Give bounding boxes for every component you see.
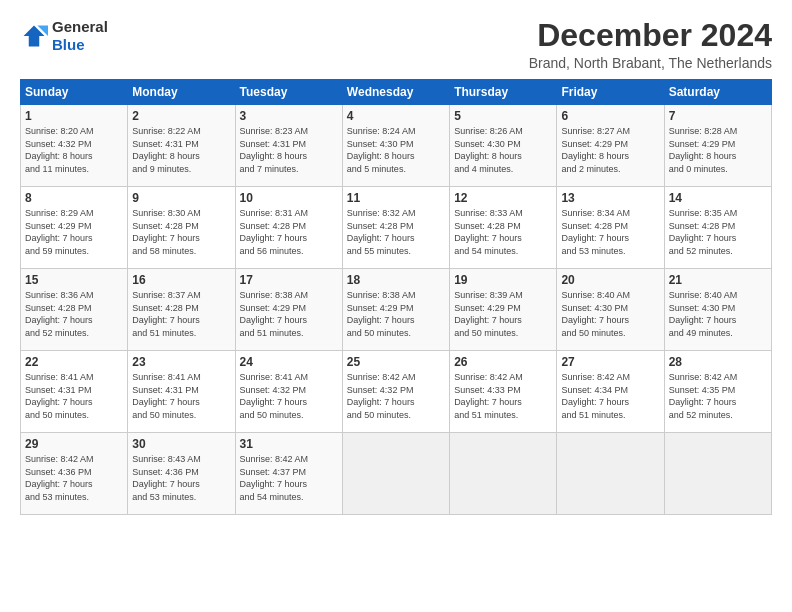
cell-text: Sunrise: 8:30 AMSunset: 4:28 PMDaylight:…: [132, 207, 230, 257]
table-row: 19Sunrise: 8:39 AMSunset: 4:29 PMDayligh…: [450, 269, 557, 351]
table-row: 22Sunrise: 8:41 AMSunset: 4:31 PMDayligh…: [21, 351, 128, 433]
cell-text: Sunrise: 8:31 AMSunset: 4:28 PMDaylight:…: [240, 207, 338, 257]
table-row: [450, 433, 557, 515]
cell-text: Sunrise: 8:34 AMSunset: 4:28 PMDaylight:…: [561, 207, 659, 257]
day-number: 13: [561, 191, 659, 205]
cell-text: Sunrise: 8:32 AMSunset: 4:28 PMDaylight:…: [347, 207, 445, 257]
day-number: 2: [132, 109, 230, 123]
calendar-week-0: 1Sunrise: 8:20 AMSunset: 4:32 PMDaylight…: [21, 105, 772, 187]
header-monday: Monday: [128, 80, 235, 105]
cell-text: Sunrise: 8:40 AMSunset: 4:30 PMDaylight:…: [561, 289, 659, 339]
day-number: 10: [240, 191, 338, 205]
logo-icon: [20, 22, 48, 50]
table-row: 7Sunrise: 8:28 AMSunset: 4:29 PMDaylight…: [664, 105, 771, 187]
cell-text: Sunrise: 8:24 AMSunset: 4:30 PMDaylight:…: [347, 125, 445, 175]
day-number: 22: [25, 355, 123, 369]
table-row: 20Sunrise: 8:40 AMSunset: 4:30 PMDayligh…: [557, 269, 664, 351]
cell-text: Sunrise: 8:42 AMSunset: 4:37 PMDaylight:…: [240, 453, 338, 503]
cell-text: Sunrise: 8:23 AMSunset: 4:31 PMDaylight:…: [240, 125, 338, 175]
cell-text: Sunrise: 8:20 AMSunset: 4:32 PMDaylight:…: [25, 125, 123, 175]
day-number: 15: [25, 273, 123, 287]
day-number: 11: [347, 191, 445, 205]
day-number: 14: [669, 191, 767, 205]
header: General Blue December 2024 Brand, North …: [20, 18, 772, 71]
calendar-week-1: 8Sunrise: 8:29 AMSunset: 4:29 PMDaylight…: [21, 187, 772, 269]
table-row: [342, 433, 449, 515]
cell-text: Sunrise: 8:41 AMSunset: 4:31 PMDaylight:…: [25, 371, 123, 421]
day-number: 30: [132, 437, 230, 451]
day-number: 1: [25, 109, 123, 123]
table-row: 14Sunrise: 8:35 AMSunset: 4:28 PMDayligh…: [664, 187, 771, 269]
day-number: 20: [561, 273, 659, 287]
cell-text: Sunrise: 8:43 AMSunset: 4:36 PMDaylight:…: [132, 453, 230, 503]
header-tuesday: Tuesday: [235, 80, 342, 105]
cell-text: Sunrise: 8:33 AMSunset: 4:28 PMDaylight:…: [454, 207, 552, 257]
day-number: 27: [561, 355, 659, 369]
day-number: 28: [669, 355, 767, 369]
table-row: 30Sunrise: 8:43 AMSunset: 4:36 PMDayligh…: [128, 433, 235, 515]
table-row: 2Sunrise: 8:22 AMSunset: 4:31 PMDaylight…: [128, 105, 235, 187]
table-row: 5Sunrise: 8:26 AMSunset: 4:30 PMDaylight…: [450, 105, 557, 187]
table-row: 17Sunrise: 8:38 AMSunset: 4:29 PMDayligh…: [235, 269, 342, 351]
day-number: 19: [454, 273, 552, 287]
table-row: 6Sunrise: 8:27 AMSunset: 4:29 PMDaylight…: [557, 105, 664, 187]
table-row: 24Sunrise: 8:41 AMSunset: 4:32 PMDayligh…: [235, 351, 342, 433]
day-number: 17: [240, 273, 338, 287]
table-row: 21Sunrise: 8:40 AMSunset: 4:30 PMDayligh…: [664, 269, 771, 351]
cell-text: Sunrise: 8:41 AMSunset: 4:32 PMDaylight:…: [240, 371, 338, 421]
location-title: Brand, North Brabant, The Netherlands: [529, 55, 772, 71]
header-sunday: Sunday: [21, 80, 128, 105]
cell-text: Sunrise: 8:40 AMSunset: 4:30 PMDaylight:…: [669, 289, 767, 339]
cell-text: Sunrise: 8:38 AMSunset: 4:29 PMDaylight:…: [240, 289, 338, 339]
table-row: 9Sunrise: 8:30 AMSunset: 4:28 PMDaylight…: [128, 187, 235, 269]
day-number: 25: [347, 355, 445, 369]
logo: General Blue: [20, 18, 108, 54]
logo-text: General Blue: [52, 18, 108, 54]
header-wednesday: Wednesday: [342, 80, 449, 105]
day-number: 24: [240, 355, 338, 369]
cell-text: Sunrise: 8:39 AMSunset: 4:29 PMDaylight:…: [454, 289, 552, 339]
day-number: 9: [132, 191, 230, 205]
table-row: 11Sunrise: 8:32 AMSunset: 4:28 PMDayligh…: [342, 187, 449, 269]
table-row: 1Sunrise: 8:20 AMSunset: 4:32 PMDaylight…: [21, 105, 128, 187]
table-row: 31Sunrise: 8:42 AMSunset: 4:37 PMDayligh…: [235, 433, 342, 515]
cell-text: Sunrise: 8:35 AMSunset: 4:28 PMDaylight:…: [669, 207, 767, 257]
table-row: 29Sunrise: 8:42 AMSunset: 4:36 PMDayligh…: [21, 433, 128, 515]
cell-text: Sunrise: 8:42 AMSunset: 4:32 PMDaylight:…: [347, 371, 445, 421]
cell-text: Sunrise: 8:42 AMSunset: 4:33 PMDaylight:…: [454, 371, 552, 421]
table-row: 16Sunrise: 8:37 AMSunset: 4:28 PMDayligh…: [128, 269, 235, 351]
day-number: 31: [240, 437, 338, 451]
page: General Blue December 2024 Brand, North …: [0, 0, 792, 612]
table-row: 8Sunrise: 8:29 AMSunset: 4:29 PMDaylight…: [21, 187, 128, 269]
table-row: [557, 433, 664, 515]
header-friday: Friday: [557, 80, 664, 105]
table-row: 27Sunrise: 8:42 AMSunset: 4:34 PMDayligh…: [557, 351, 664, 433]
calendar: Sunday Monday Tuesday Wednesday Thursday…: [20, 79, 772, 515]
table-row: 12Sunrise: 8:33 AMSunset: 4:28 PMDayligh…: [450, 187, 557, 269]
day-number: 12: [454, 191, 552, 205]
calendar-week-4: 29Sunrise: 8:42 AMSunset: 4:36 PMDayligh…: [21, 433, 772, 515]
table-row: 26Sunrise: 8:42 AMSunset: 4:33 PMDayligh…: [450, 351, 557, 433]
header-thursday: Thursday: [450, 80, 557, 105]
cell-text: Sunrise: 8:42 AMSunset: 4:34 PMDaylight:…: [561, 371, 659, 421]
cell-text: Sunrise: 8:41 AMSunset: 4:31 PMDaylight:…: [132, 371, 230, 421]
month-title: December 2024: [529, 18, 772, 53]
day-number: 16: [132, 273, 230, 287]
day-number: 3: [240, 109, 338, 123]
title-block: December 2024 Brand, North Brabant, The …: [529, 18, 772, 71]
calendar-week-2: 15Sunrise: 8:36 AMSunset: 4:28 PMDayligh…: [21, 269, 772, 351]
day-number: 6: [561, 109, 659, 123]
table-row: 25Sunrise: 8:42 AMSunset: 4:32 PMDayligh…: [342, 351, 449, 433]
table-row: 28Sunrise: 8:42 AMSunset: 4:35 PMDayligh…: [664, 351, 771, 433]
cell-text: Sunrise: 8:38 AMSunset: 4:29 PMDaylight:…: [347, 289, 445, 339]
day-number: 18: [347, 273, 445, 287]
cell-text: Sunrise: 8:42 AMSunset: 4:35 PMDaylight:…: [669, 371, 767, 421]
cell-text: Sunrise: 8:26 AMSunset: 4:30 PMDaylight:…: [454, 125, 552, 175]
day-number: 8: [25, 191, 123, 205]
table-row: 18Sunrise: 8:38 AMSunset: 4:29 PMDayligh…: [342, 269, 449, 351]
cell-text: Sunrise: 8:22 AMSunset: 4:31 PMDaylight:…: [132, 125, 230, 175]
cell-text: Sunrise: 8:36 AMSunset: 4:28 PMDaylight:…: [25, 289, 123, 339]
calendar-header-row: Sunday Monday Tuesday Wednesday Thursday…: [21, 80, 772, 105]
cell-text: Sunrise: 8:29 AMSunset: 4:29 PMDaylight:…: [25, 207, 123, 257]
calendar-week-3: 22Sunrise: 8:41 AMSunset: 4:31 PMDayligh…: [21, 351, 772, 433]
